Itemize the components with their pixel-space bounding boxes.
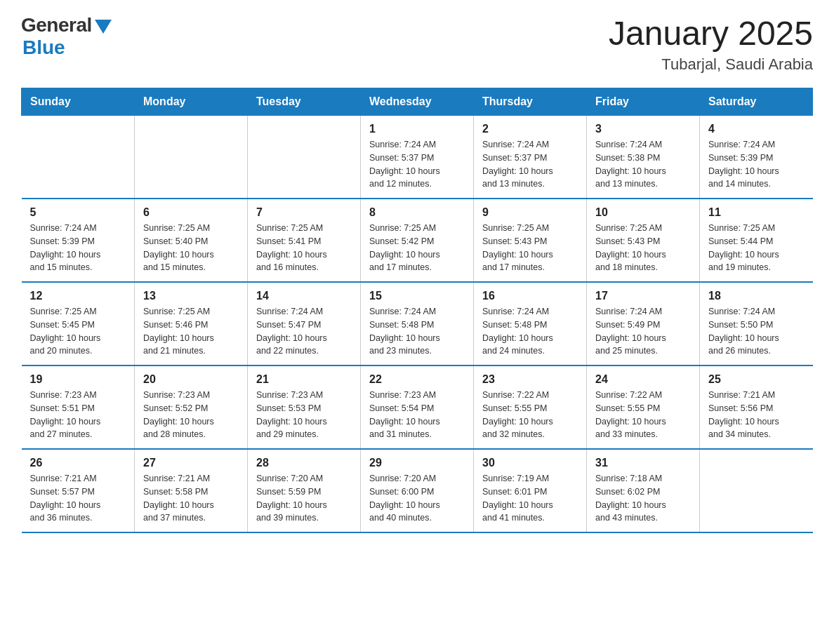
calendar-cell: 2Sunrise: 7:24 AMSunset: 5:37 PMDaylight… [474, 116, 587, 199]
day-number: 10 [595, 206, 691, 219]
day-number: 18 [708, 290, 805, 302]
calendar-cell: 15Sunrise: 7:24 AMSunset: 5:48 PMDayligh… [361, 282, 474, 365]
day-info: Sunrise: 7:24 AMSunset: 5:50 PMDaylight:… [708, 305, 805, 358]
calendar-table: SundayMondayTuesdayWednesdayThursdayFrid… [21, 88, 813, 533]
location-subtitle: Tubarjal, Saudi Arabia [609, 55, 813, 74]
logo-blue-text: Blue [22, 36, 65, 59]
day-number: 21 [256, 373, 352, 386]
calendar-cell: 21Sunrise: 7:23 AMSunset: 5:53 PMDayligh… [248, 365, 361, 449]
calendar-cell: 7Sunrise: 7:25 AMSunset: 5:41 PMDaylight… [248, 199, 361, 282]
day-number: 17 [595, 290, 691, 302]
calendar-cell: 24Sunrise: 7:22 AMSunset: 5:55 PMDayligh… [587, 365, 700, 449]
calendar-cell [700, 449, 813, 532]
logo-general-text: General [21, 14, 92, 36]
day-info: Sunrise: 7:24 AMSunset: 5:48 PMDaylight:… [482, 305, 578, 358]
day-number: 24 [595, 373, 691, 386]
calendar-cell: 8Sunrise: 7:25 AMSunset: 5:42 PMDaylight… [361, 199, 474, 282]
day-info: Sunrise: 7:25 AMSunset: 5:43 PMDaylight:… [595, 222, 691, 274]
day-info: Sunrise: 7:24 AMSunset: 5:38 PMDaylight:… [595, 138, 691, 191]
day-number: 29 [369, 457, 465, 469]
day-info: Sunrise: 7:25 AMSunset: 5:43 PMDaylight:… [482, 222, 578, 274]
calendar-cell: 29Sunrise: 7:20 AMSunset: 6:00 PMDayligh… [361, 449, 474, 532]
calendar-week-2: 12Sunrise: 7:25 AMSunset: 5:45 PMDayligh… [22, 282, 813, 365]
day-info: Sunrise: 7:25 AMSunset: 5:42 PMDaylight:… [369, 222, 465, 274]
calendar-cell: 16Sunrise: 7:24 AMSunset: 5:48 PMDayligh… [474, 282, 587, 365]
day-info: Sunrise: 7:22 AMSunset: 5:55 PMDaylight:… [482, 389, 578, 441]
day-number: 26 [30, 457, 126, 469]
day-number: 3 [595, 123, 691, 135]
day-number: 31 [595, 457, 691, 469]
calendar-week-4: 26Sunrise: 7:21 AMSunset: 5:57 PMDayligh… [22, 449, 813, 532]
day-info: Sunrise: 7:18 AMSunset: 6:02 PMDaylight:… [595, 472, 691, 525]
calendar-cell: 10Sunrise: 7:25 AMSunset: 5:43 PMDayligh… [587, 199, 700, 282]
calendar-cell: 19Sunrise: 7:23 AMSunset: 5:51 PMDayligh… [22, 365, 135, 449]
main-title: January 2025 [609, 14, 813, 53]
day-info: Sunrise: 7:24 AMSunset: 5:48 PMDaylight:… [369, 305, 465, 358]
day-number: 8 [369, 206, 465, 219]
calendar-cell: 1Sunrise: 7:24 AMSunset: 5:37 PMDaylight… [361, 116, 474, 199]
day-info: Sunrise: 7:19 AMSunset: 6:01 PMDaylight:… [482, 472, 578, 525]
day-info: Sunrise: 7:21 AMSunset: 5:58 PMDaylight:… [143, 472, 239, 525]
day-header-tuesday: Tuesday [248, 88, 361, 116]
day-info: Sunrise: 7:25 AMSunset: 5:40 PMDaylight:… [143, 222, 239, 274]
calendar-cell: 11Sunrise: 7:25 AMSunset: 5:44 PMDayligh… [700, 199, 813, 282]
day-number: 15 [369, 290, 465, 302]
day-info: Sunrise: 7:25 AMSunset: 5:45 PMDaylight:… [30, 305, 126, 358]
day-header-wednesday: Wednesday [361, 88, 474, 116]
calendar-cell: 14Sunrise: 7:24 AMSunset: 5:47 PMDayligh… [248, 282, 361, 365]
day-number: 25 [708, 373, 805, 386]
day-info: Sunrise: 7:23 AMSunset: 5:52 PMDaylight:… [143, 389, 239, 441]
day-number: 1 [369, 123, 465, 135]
day-info: Sunrise: 7:20 AMSunset: 5:59 PMDaylight:… [256, 472, 352, 525]
day-number: 14 [256, 290, 352, 302]
calendar-cell [248, 116, 361, 199]
day-number: 28 [256, 457, 352, 469]
day-info: Sunrise: 7:21 AMSunset: 5:56 PMDaylight:… [708, 389, 805, 441]
logo-triangle-icon [95, 20, 112, 34]
calendar-cell: 13Sunrise: 7:25 AMSunset: 5:46 PMDayligh… [135, 282, 248, 365]
day-info: Sunrise: 7:25 AMSunset: 5:46 PMDaylight:… [143, 305, 239, 358]
calendar-cell: 20Sunrise: 7:23 AMSunset: 5:52 PMDayligh… [135, 365, 248, 449]
calendar-cell: 27Sunrise: 7:21 AMSunset: 5:58 PMDayligh… [135, 449, 248, 532]
day-number: 11 [708, 206, 805, 219]
calendar-cell: 22Sunrise: 7:23 AMSunset: 5:54 PMDayligh… [361, 365, 474, 449]
logo: General Blue [21, 14, 112, 59]
calendar-cell: 31Sunrise: 7:18 AMSunset: 6:02 PMDayligh… [587, 449, 700, 532]
day-header-monday: Monday [135, 88, 248, 116]
calendar-cell: 3Sunrise: 7:24 AMSunset: 5:38 PMDaylight… [587, 116, 700, 199]
day-info: Sunrise: 7:24 AMSunset: 5:37 PMDaylight:… [369, 138, 465, 191]
day-info: Sunrise: 7:23 AMSunset: 5:54 PMDaylight:… [369, 389, 465, 441]
day-header-saturday: Saturday [700, 88, 813, 116]
day-number: 5 [30, 206, 126, 219]
day-number: 16 [482, 290, 578, 302]
calendar-cell: 17Sunrise: 7:24 AMSunset: 5:49 PMDayligh… [587, 282, 700, 365]
day-info: Sunrise: 7:23 AMSunset: 5:51 PMDaylight:… [30, 389, 126, 441]
day-info: Sunrise: 7:21 AMSunset: 5:57 PMDaylight:… [30, 472, 126, 525]
day-info: Sunrise: 7:25 AMSunset: 5:44 PMDaylight:… [708, 222, 805, 274]
day-info: Sunrise: 7:24 AMSunset: 5:37 PMDaylight:… [482, 138, 578, 191]
calendar-cell: 5Sunrise: 7:24 AMSunset: 5:39 PMDaylight… [22, 199, 135, 282]
calendar-cell: 9Sunrise: 7:25 AMSunset: 5:43 PMDaylight… [474, 199, 587, 282]
calendar-cell: 4Sunrise: 7:24 AMSunset: 5:39 PMDaylight… [700, 116, 813, 199]
day-number: 13 [143, 290, 239, 302]
day-number: 20 [143, 373, 239, 386]
page-header: General Blue January 2025 Tubarjal, Saud… [21, 14, 813, 74]
calendar-week-3: 19Sunrise: 7:23 AMSunset: 5:51 PMDayligh… [22, 365, 813, 449]
day-number: 27 [143, 457, 239, 469]
day-number: 9 [482, 206, 578, 219]
calendar-cell [22, 116, 135, 199]
calendar-cell [135, 116, 248, 199]
day-header-friday: Friday [587, 88, 700, 116]
day-info: Sunrise: 7:20 AMSunset: 6:00 PMDaylight:… [369, 472, 465, 525]
title-section: January 2025 Tubarjal, Saudi Arabia [609, 14, 813, 74]
day-number: 30 [482, 457, 578, 469]
calendar-cell: 30Sunrise: 7:19 AMSunset: 6:01 PMDayligh… [474, 449, 587, 532]
day-number: 7 [256, 206, 352, 219]
calendar-cell: 6Sunrise: 7:25 AMSunset: 5:40 PMDaylight… [135, 199, 248, 282]
day-info: Sunrise: 7:25 AMSunset: 5:41 PMDaylight:… [256, 222, 352, 274]
day-info: Sunrise: 7:22 AMSunset: 5:55 PMDaylight:… [595, 389, 691, 441]
day-info: Sunrise: 7:23 AMSunset: 5:53 PMDaylight:… [256, 389, 352, 441]
calendar-header-row: SundayMondayTuesdayWednesdayThursdayFrid… [22, 88, 813, 116]
day-info: Sunrise: 7:24 AMSunset: 5:39 PMDaylight:… [30, 222, 126, 274]
day-info: Sunrise: 7:24 AMSunset: 5:49 PMDaylight:… [595, 305, 691, 358]
